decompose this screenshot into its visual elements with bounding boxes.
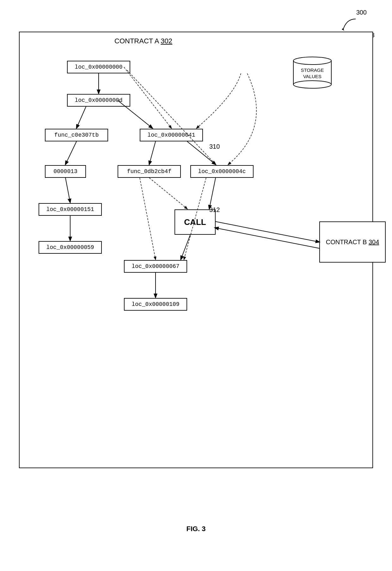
svg-text:STORAGE: STORAGE — [301, 67, 324, 73]
svg-point-3 — [293, 57, 331, 65]
svg-marker-0 — [342, 28, 344, 31]
ref-300-arrow — [340, 17, 359, 33]
svg-text:VALUES: VALUES — [303, 74, 322, 79]
svg-line-7 — [124, 67, 171, 128]
svg-line-17 — [140, 178, 156, 259]
svg-line-18 — [209, 178, 216, 209]
node-loc-0x0000000d: loc_0x0000000d — [67, 94, 130, 107]
svg-line-11 — [65, 141, 77, 164]
svg-line-16 — [149, 178, 187, 209]
svg-line-12 — [65, 178, 70, 202]
svg-line-20 — [181, 235, 190, 259]
svg-line-9 — [77, 107, 86, 128]
node-func-c0e307tb: func_c0e307tb — [45, 129, 108, 141]
ref-310-label: 310 — [209, 143, 220, 150]
node-loc-0x00000109: loc_0x00000109 — [124, 298, 187, 311]
svg-line-8 — [127, 70, 216, 164]
node-func-0db2cb4f: func_0db2cb4f — [118, 165, 181, 178]
page: 300 306 308 CONTRACT A 302 STORAGE VALUE… — [0, 0, 392, 571]
ref-312-label: 312 — [209, 206, 220, 214]
node-loc-0x00000059: loc_0x00000059 — [39, 241, 102, 254]
node-loc-0x0000004c: loc_0x0000004c — [190, 165, 254, 178]
node-0000013: 0000013 — [45, 165, 86, 178]
contract-b-box: CONTRACT B 304 — [319, 221, 386, 263]
node-loc-0x00000000: loc_0x00000000 — [67, 61, 130, 73]
figure-label: FIG. 3 — [186, 525, 205, 533]
svg-point-2 — [293, 81, 331, 88]
storage-cylinder: STORAGE VALUES — [287, 51, 338, 92]
contract-a-label: CONTRACT A 302 — [114, 37, 172, 45]
ref-300-label: 300 — [356, 9, 367, 16]
svg-line-14 — [149, 141, 156, 164]
node-loc-0x00000067: loc_0x00000067 — [124, 260, 187, 273]
node-loc-0x00000041: loc_0x00000041 — [140, 129, 203, 141]
node-loc-0x00000151: loc_0x00000151 — [39, 203, 102, 216]
